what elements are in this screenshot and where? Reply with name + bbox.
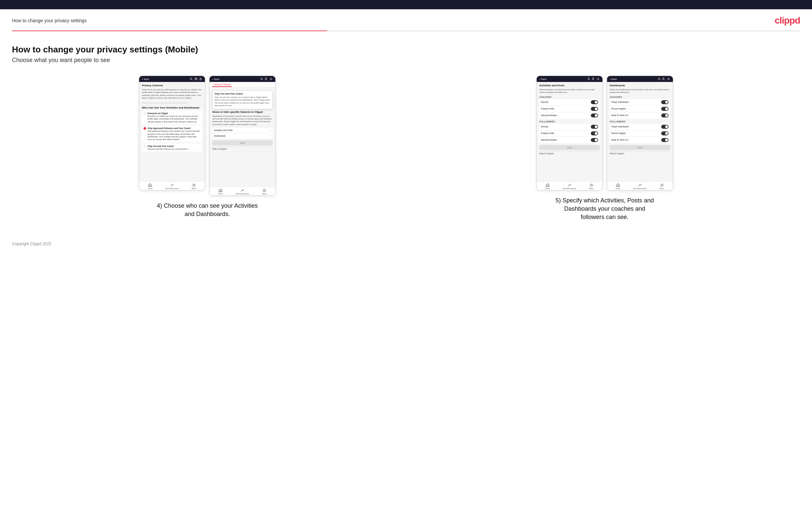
settings-icon-3[interactable] bbox=[597, 77, 600, 80]
bottom-tab-menu-1[interactable]: Menu bbox=[183, 183, 205, 189]
followers-round-insights-row: Round Insights bbox=[610, 130, 670, 136]
followers-round-insights-toggle[interactable] bbox=[661, 131, 668, 135]
coaches-round-insights-row: Round Insights bbox=[610, 106, 670, 112]
phone-2-back[interactable]: < Back bbox=[212, 78, 219, 80]
coaches-rounds-toggle[interactable] bbox=[591, 100, 598, 104]
save-btn-2[interactable]: Save bbox=[212, 140, 273, 145]
radio-approved[interactable]: Only Approved Followers and Your Coach O… bbox=[142, 125, 202, 143]
radio-everyone[interactable]: Everyone on Clippd Everyone on Clippd ca… bbox=[142, 111, 202, 124]
activities-posts-text: Select the types of activity that you'd … bbox=[539, 88, 600, 94]
people-icon-4[interactable] bbox=[662, 77, 666, 80]
nav-activities-posts[interactable]: Activities and Posts › bbox=[212, 128, 273, 133]
menu-icon-4 bbox=[660, 183, 664, 187]
people-icon-1[interactable] bbox=[194, 77, 198, 80]
privacy-controls-text-2: However you can control who can see your… bbox=[142, 102, 202, 104]
bottom-tab-perf-4[interactable]: My Performance bbox=[629, 183, 651, 189]
radio-only-you[interactable]: Only You and Your Coach Only you and the… bbox=[142, 143, 202, 152]
phone-3-back[interactable]: < Back bbox=[539, 78, 547, 80]
coaches-manual-label: Manual Activities bbox=[541, 114, 557, 116]
followers-label-3: FOLLOWERS bbox=[539, 120, 600, 123]
bottom-tab-home-2[interactable]: Home bbox=[210, 188, 232, 195]
home-label-2: Home bbox=[218, 193, 223, 195]
copyright-text: Copyright Clippd 2022 bbox=[12, 241, 51, 246]
svg-point-11 bbox=[270, 78, 272, 79]
coaches-drills-toggle[interactable] bbox=[591, 107, 598, 111]
bottom-tab-home-3[interactable]: Home bbox=[537, 183, 559, 189]
followers-player-dashboard-toggle[interactable] bbox=[661, 125, 668, 129]
phone-2-content: Only You and Your Coach Only you and the… bbox=[210, 87, 275, 187]
coaches-manual-toggle[interactable] bbox=[591, 113, 598, 117]
top-bar bbox=[0, 0, 812, 9]
back-label-2[interactable]: < Back bbox=[212, 78, 219, 80]
coaches-player-dashboard-toggle[interactable] bbox=[661, 100, 668, 104]
search-icon-3[interactable] bbox=[587, 77, 591, 80]
phone-mockup-1: < Back Privacy Controls Control how you … bbox=[139, 76, 205, 190]
svg-point-24 bbox=[663, 78, 664, 79]
svg-point-3 bbox=[197, 78, 198, 79]
bottom-tab-perf-3[interactable]: My Performance bbox=[559, 183, 580, 189]
phone-4-back[interactable]: < Back bbox=[610, 78, 617, 80]
settings-icon-1[interactable] bbox=[199, 77, 202, 80]
bottom-tab-home-4[interactable]: Home bbox=[607, 183, 629, 189]
home-label-1: Home bbox=[148, 187, 153, 189]
help-support-4: Help & Support bbox=[610, 151, 670, 156]
search-icon-2[interactable] bbox=[260, 77, 263, 80]
phone-1-back[interactable]: < Back bbox=[142, 78, 149, 80]
nav-dashboards[interactable]: Dashboards › bbox=[212, 133, 273, 138]
people-icon-3[interactable] bbox=[592, 77, 595, 80]
privacy-controls-text-1: Control how you and your data appears to… bbox=[142, 88, 202, 100]
svg-point-0 bbox=[190, 78, 192, 79]
back-label-3[interactable]: < Back bbox=[539, 78, 547, 80]
phone-2-tabbar: Privacy Controls bbox=[210, 82, 275, 87]
followers-what-to-work-label: What To Work On bbox=[611, 139, 628, 141]
popup-overlay: Only You and Your Coach Only you and the… bbox=[212, 91, 273, 109]
followers-what-to-work-toggle[interactable] bbox=[661, 138, 668, 142]
settings-icon-4[interactable] bbox=[667, 77, 670, 80]
svg-point-25 bbox=[668, 78, 669, 79]
bottom-tab-home-1[interactable]: Home bbox=[139, 183, 161, 189]
search-icon-4[interactable] bbox=[658, 77, 661, 80]
coaches-player-dashboard-row: Player Dashboard bbox=[610, 99, 670, 105]
coaches-what-to-work-toggle[interactable] bbox=[661, 113, 668, 117]
activities-posts-title: Activities and Posts bbox=[539, 84, 600, 87]
phone-3-icons bbox=[587, 77, 600, 80]
coaches-round-insights-toggle[interactable] bbox=[661, 107, 668, 111]
page-heading: How to change your privacy settings (Mob… bbox=[12, 45, 800, 55]
header-title: How to change your privacy settings bbox=[12, 18, 87, 23]
followers-what-to-work-row: What To Work On bbox=[610, 137, 670, 143]
followers-drills-label: Practice Drills bbox=[541, 132, 554, 134]
radio-circle-only-you bbox=[144, 145, 146, 148]
menu-label-2: Menu bbox=[262, 193, 267, 195]
phone-mockup-3: < Back Activities and Posts Select the t… bbox=[536, 76, 603, 190]
double-mockup-1: < Back Privacy Controls Control how you … bbox=[139, 76, 276, 196]
home-label-3: Home bbox=[545, 187, 550, 189]
search-icon-1[interactable] bbox=[190, 77, 193, 80]
coaches-drills-row: Practice Drills bbox=[539, 106, 600, 112]
help-support-3: Help & Support bbox=[539, 151, 600, 156]
nav-dashboards-arrow: › bbox=[270, 134, 271, 137]
phone-2-bottombar: Home My Performance Menu bbox=[210, 187, 275, 195]
who-can-see-title: Who Can See Your Activities and Dashboar… bbox=[142, 106, 202, 109]
bottom-tab-menu-2[interactable]: Menu bbox=[253, 188, 275, 195]
privacy-controls-tab-2[interactable]: Privacy Controls bbox=[212, 82, 232, 87]
bottom-tab-perf-1[interactable]: My Performance bbox=[161, 183, 183, 189]
phone-mockup-2: < Back Privacy Controls bbox=[209, 76, 276, 196]
svg-line-23 bbox=[660, 79, 660, 80]
followers-drills-toggle[interactable] bbox=[591, 131, 598, 135]
settings-icon-2[interactable] bbox=[269, 77, 273, 80]
people-icon-2[interactable] bbox=[265, 77, 268, 80]
page-subheading: Choose what you want people to see bbox=[12, 57, 800, 64]
show-hide-text: Regardless of the privacy controls that … bbox=[212, 115, 273, 126]
dashboards-text: Select the dashboards that you'd like to… bbox=[610, 88, 670, 94]
save-btn-3[interactable]: Save bbox=[539, 145, 600, 150]
bottom-tab-perf-2[interactable]: My Performance bbox=[232, 188, 253, 195]
phone-4-bottombar: Home My Performance Menu bbox=[607, 181, 673, 190]
followers-manual-toggle[interactable] bbox=[591, 138, 598, 142]
back-label-1[interactable]: < Back bbox=[142, 78, 149, 80]
save-btn-4[interactable]: Save bbox=[610, 145, 670, 150]
followers-rounds-toggle[interactable] bbox=[591, 125, 598, 129]
bottom-tab-menu-4[interactable]: Menu bbox=[651, 183, 673, 189]
bottom-tab-menu-3[interactable]: Menu bbox=[580, 183, 602, 189]
back-label-4[interactable]: < Back bbox=[610, 78, 617, 80]
radio-circle-everyone bbox=[144, 112, 146, 115]
